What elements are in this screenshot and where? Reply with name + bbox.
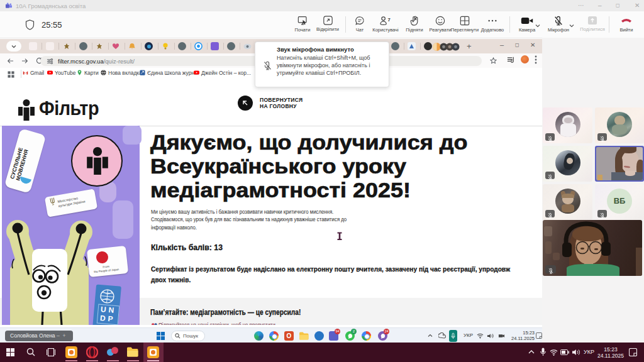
- svg-text:7: 7: [387, 17, 390, 23]
